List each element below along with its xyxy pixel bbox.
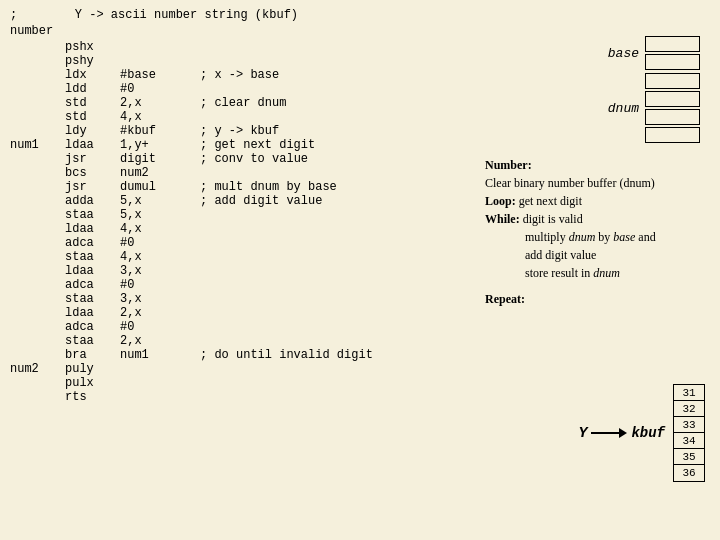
table-row: pshy [10,54,373,68]
table-row: staa 5,x [10,208,373,222]
table-row: adca #0 [10,236,373,250]
arrow [591,428,627,438]
table-row: adca #0 [10,320,373,334]
y-kbuf-diagram: Y kbuf 31 32 33 34 35 36 [578,384,705,482]
dnum-box-4 [645,127,700,143]
code-block: pshx pshy ldx #base ; x -> base ld [10,40,373,404]
table-row: staa 4,x [10,250,373,264]
arrow-head [619,428,627,438]
dnum-box-3 [645,109,700,125]
table-row: adca #0 [10,278,373,292]
table-row: pulx [10,376,373,390]
kbuf-cell-31: 31 [674,385,704,401]
table-row: ldd #0 [10,82,373,96]
table-row: ldx #base ; x -> base [10,68,373,82]
indent-line3: store result in dnum [485,264,705,282]
number-description: Number: Clear binary number buffer (dnum… [485,156,705,308]
table-row: num2 puly [10,362,373,376]
header-title: Y -> ascii number string (kbuf) [75,8,298,22]
table-row: pshx [10,40,373,54]
y-label: Y [578,425,587,442]
loop-line: Loop: get next digit [485,192,705,210]
dnum-register-row: dnum [599,73,700,143]
arrow-shaft [591,432,619,434]
header-comment: ; [10,8,17,22]
dnum-box-1 [645,73,700,89]
base-box-1 [645,36,700,52]
to-text: to [250,152,264,166]
table-row: ldaa 4,x [10,222,373,236]
indent-line1: multiply dnum by base and [485,228,705,246]
while-line: While: digit is valid [485,210,705,228]
kbuf-label: kbuf [631,425,665,441]
kbuf-cell-33: 33 [674,417,704,433]
table-row: std 4,x [10,110,373,124]
table-row: ldaa 2,x [10,306,373,320]
right-section: base dnum Number: [430,8,710,532]
code-section: ; Y -> ascii number string (kbuf) number… [10,8,430,532]
dnum-label: dnum [599,101,639,116]
kbuf-cell-32: 32 [674,401,704,417]
base-box-2 [645,54,700,70]
kbuf-cell-34: 34 [674,433,704,449]
indent-line2: add digit value [485,246,705,264]
registers-area: base dnum [599,36,700,143]
table-row: adda 5,x ; add digit value [10,194,373,208]
dnum-box-2 [645,91,700,107]
table-row: staa 3,x [10,292,373,306]
dnum-boxes [645,73,700,143]
number-label: number [10,24,430,38]
table-row: rts [10,390,373,404]
number-title: Number: [485,156,705,174]
base-label: base [599,46,639,61]
table-row: staa 2,x [10,334,373,348]
table-row: num1 ldaa 1,y+ ; get next digit [10,138,373,152]
number-line1: Clear binary number buffer (dnum) [485,174,705,192]
table-row: ldaa 3,x [10,264,373,278]
table-row: bcs num2 [10,166,373,180]
base-register-row: base [599,36,700,70]
table-row: bra num1 ; do until invalid digit [10,348,373,362]
base-boxes [645,36,700,70]
kbuf-cell-36: 36 [674,465,704,481]
table-row: std 2,x ; clear dnum [10,96,373,110]
main-container: ; Y -> ascii number string (kbuf) number… [0,0,720,540]
kbuf-cell-35: 35 [674,449,704,465]
repeat-line: Repeat: [485,290,705,308]
table-row: jsr digit ; conv to value [10,152,373,166]
header-line: ; Y -> ascii number string (kbuf) [10,8,430,22]
table-row: jsr dumul ; mult dnum by base [10,180,373,194]
table-row: ldy #kbuf ; y -> kbuf [10,124,373,138]
kbuf-table: 31 32 33 34 35 36 [673,384,705,482]
